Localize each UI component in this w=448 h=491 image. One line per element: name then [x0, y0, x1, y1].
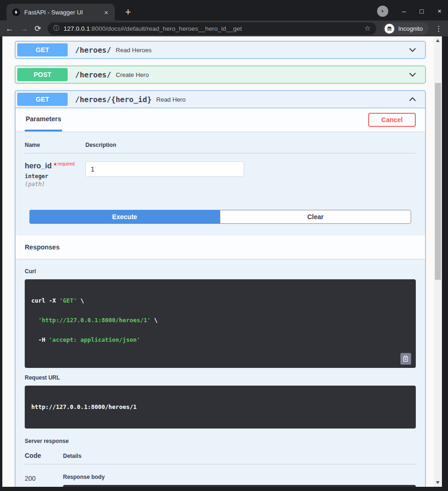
parameters-table-head: Name Description	[25, 142, 416, 153]
browser-toolbar: ← → ⟳ ⓘ 127.0.0.1:8000/docs#/default/rea…	[0, 21, 448, 36]
opblock-read-hero: GET /heroes/{hero_id} Read Hero Paramete…	[15, 90, 426, 487]
chevron-up-icon[interactable]	[402, 95, 423, 104]
method-badge: GET	[17, 43, 68, 56]
tab-parameters[interactable]: Parameters	[25, 108, 62, 131]
server-response-row: 200 Response body { "name": "Deadpond", …	[25, 464, 416, 487]
parameters-table: Name Description hero_id *required integ…	[15, 131, 425, 210]
back-icon[interactable]: ←	[6, 25, 14, 33]
copy-curl-button[interactable]	[400, 353, 411, 365]
opblock-summary-create-hero[interactable]: POST /heroes/ Create Hero	[15, 66, 425, 83]
tab-close-icon[interactable]: ×	[103, 8, 109, 16]
scrollbar-thumb[interactable]	[435, 83, 441, 280]
new-tab-icon[interactable]: +	[125, 7, 131, 17]
site-info-icon[interactable]: ⓘ	[53, 24, 59, 33]
parameter-type: integer	[25, 173, 85, 180]
details-column-header: Details	[63, 453, 81, 459]
browser-tab[interactable]: FastAPI - Swagger UI ×	[7, 4, 115, 21]
response-body-block: { "name": "Deadpond", "secret_name": "Di…	[63, 485, 416, 487]
required-label: required	[56, 161, 75, 166]
window-controls: ▼ – □ ×	[377, 6, 441, 17]
opblock-summary-read-hero[interactable]: GET /heroes/{hero_id} Read Hero	[15, 91, 425, 108]
description-column-header: Description	[85, 142, 416, 148]
opblock-create-hero: POST /heroes/ Create Hero	[15, 66, 426, 83]
op-summary: Read Hero	[156, 96, 186, 103]
address-bar[interactable]: ⓘ 127.0.0.1:8000/docs#/default/read_hero…	[48, 22, 376, 35]
responses-header: Responses	[15, 235, 425, 259]
request-url-block: http://127.0.0.1:8000/heroes/1	[25, 386, 416, 429]
chevron-down-icon[interactable]	[402, 70, 423, 79]
curl-code-block: curl -X 'GET' \ 'http://127.0.0.1:8000/h…	[25, 279, 416, 368]
page-scrollbar[interactable]	[434, 36, 442, 487]
close-icon[interactable]: ×	[438, 7, 441, 15]
code-column-header: Code	[25, 452, 63, 459]
url-text: 127.0.0.1:8000/docs#/default/read_hero_h…	[63, 25, 360, 32]
execute-row: Execute Clear	[15, 210, 425, 235]
status-code: 200	[25, 474, 63, 482]
op-summary: Read Heroes	[116, 47, 152, 54]
incognito-badge: Incognito	[383, 22, 428, 35]
response-body-label: Response body	[63, 474, 416, 480]
method-badge: POST	[17, 68, 68, 81]
method-badge: GET	[17, 93, 68, 106]
cancel-button[interactable]: Cancel	[368, 113, 416, 127]
fastapi-favicon-icon	[12, 8, 20, 16]
curl-label: Curl	[25, 268, 416, 275]
opblock-summary-read-heroes[interactable]: GET /heroes/ Read Heroes	[15, 41, 425, 58]
request-url-label: Request URL	[25, 374, 416, 381]
responses-area: Curl curl -X 'GET' \ 'http://127.0.0.1:8…	[15, 259, 425, 487]
op-summary: Create Hero	[116, 71, 149, 78]
incognito-label: Incognito	[398, 25, 423, 32]
bookmark-star-icon[interactable]: ☆	[364, 24, 371, 33]
forward-icon[interactable]: →	[20, 25, 28, 33]
incognito-icon	[385, 24, 394, 34]
op-path: /heroes/	[68, 70, 116, 79]
reload-icon[interactable]: ⟳	[35, 25, 41, 33]
request-url-value: http://127.0.0.1:8000/heroes/1	[31, 404, 409, 410]
server-response-label: Server response	[25, 438, 416, 444]
server-response-table-head: Code Details	[25, 447, 416, 464]
scroll-down-icon[interactable]	[436, 481, 440, 484]
clear-button[interactable]: Clear	[220, 210, 411, 224]
maximize-icon[interactable]: □	[420, 7, 423, 15]
browser-menu-icon[interactable]: ⋮	[435, 24, 442, 33]
minimize-icon[interactable]: –	[402, 7, 406, 15]
url-host: 127.0.0.1	[63, 25, 90, 32]
name-column-header: Name	[25, 142, 85, 148]
hero-id-input[interactable]	[85, 161, 244, 177]
opblock-read-heroes: GET /heroes/ Read Heroes	[15, 41, 426, 59]
responses-title: Responses	[25, 235, 60, 259]
execute-button[interactable]: Execute	[29, 210, 220, 224]
parameter-row-hero-id: hero_id *required integer (path)	[25, 153, 416, 187]
op-path: /heroes/	[68, 46, 116, 55]
url-path: :8000/docs#/default/read_hero_heroes__he…	[90, 25, 242, 32]
parameters-header: Parameters Cancel	[15, 108, 425, 131]
chevron-down-icon[interactable]	[402, 46, 423, 54]
tab-strip: FastAPI - Swagger UI × + ▼ – □ ×	[0, 0, 448, 21]
browser-window: FastAPI - Swagger UI × + ▼ – □ × ← → ⟳ ⓘ…	[0, 0, 448, 491]
parameter-location: (path)	[25, 181, 85, 187]
parameter-name: hero_id *required	[25, 161, 85, 170]
op-path: /heroes/{hero_id}	[68, 95, 156, 104]
tab-title: FastAPI - Swagger UI	[24, 9, 99, 16]
window-menu-icon[interactable]: ▼	[377, 6, 388, 17]
scroll-up-icon[interactable]	[436, 39, 440, 42]
page-viewport: GET /heroes/ Read Heroes POST /heroes/ C…	[2, 36, 434, 487]
